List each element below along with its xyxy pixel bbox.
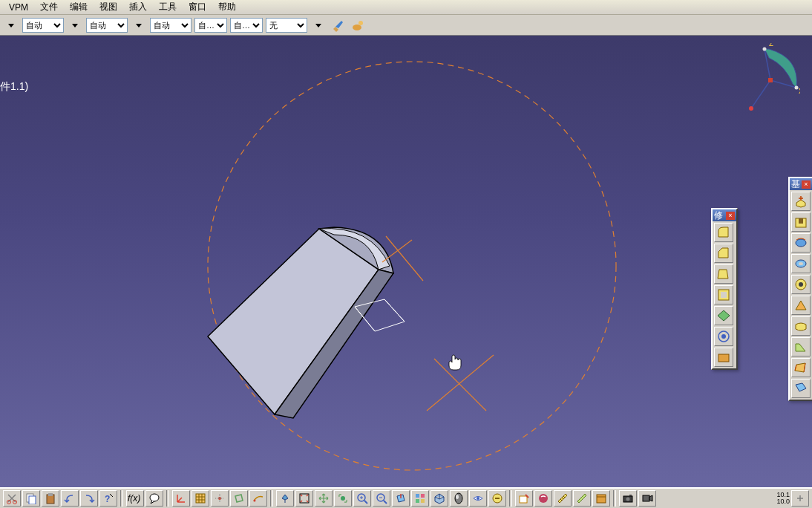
- select-auto-5[interactable]: 自…: [230, 18, 263, 33]
- catalog-icon[interactable]: [592, 490, 610, 507]
- iso-view-icon[interactable]: [430, 490, 448, 507]
- svg-point-43: [456, 495, 459, 499]
- undo-icon[interactable]: [61, 490, 79, 507]
- toolbar-sketch-based[interactable]: 基 ×: [788, 177, 812, 401]
- removed-multi-tool[interactable]: [791, 379, 811, 398]
- svg-rect-39: [421, 494, 425, 498]
- fit-all-icon[interactable]: [295, 490, 313, 507]
- thread-tool[interactable]: [714, 327, 733, 346]
- groove-tool[interactable]: [791, 254, 811, 273]
- zoom-in-icon[interactable]: [353, 490, 371, 507]
- normal-view-icon[interactable]: [392, 490, 410, 507]
- dropdown-arrow-icon[interactable]: [310, 17, 327, 33]
- wireframe-icon[interactable]: [249, 490, 267, 507]
- shaft-tool[interactable]: [791, 233, 811, 253]
- menu-edit[interactable]: 编辑: [64, 0, 94, 15]
- toolbar-title[interactable]: 修 ×: [713, 209, 736, 221]
- 3d-viewport[interactable]: 件1.1): [0, 36, 812, 487]
- redo-icon[interactable]: [80, 490, 98, 507]
- menu-tools[interactable]: 工具: [153, 0, 183, 15]
- select-auto-2[interactable]: 自动: [86, 18, 128, 33]
- measure-item-icon[interactable]: [573, 490, 591, 507]
- svg-point-8: [749, 106, 753, 111]
- draft-tool[interactable]: [714, 264, 733, 284]
- dropdown-arrow-icon[interactable]: [131, 17, 147, 33]
- select-none[interactable]: 无: [266, 18, 307, 33]
- menu-vpm[interactable]: VPM: [3, 1, 34, 14]
- apply-material-icon[interactable]: [534, 490, 552, 507]
- formula-icon[interactable]: f(x): [126, 490, 144, 507]
- fillet-tool[interactable]: [714, 223, 733, 242]
- cut-icon[interactable]: [3, 490, 21, 507]
- remove-face-tool[interactable]: [714, 348, 733, 367]
- solid-body[interactable]: [208, 227, 393, 418]
- plane-icon[interactable]: [230, 490, 248, 507]
- axis-z-label: z: [769, 43, 773, 48]
- svg-point-30: [150, 494, 159, 501]
- dropdown-arrow-icon[interactable]: [3, 17, 19, 33]
- svg-point-50: [626, 498, 630, 501]
- coordinates-display: 10.1 10.0: [776, 492, 790, 505]
- copy-icon[interactable]: [22, 490, 40, 507]
- toolbar-title[interactable]: 基 ×: [790, 178, 812, 190]
- help-icon[interactable]: ?: [99, 490, 117, 507]
- sketcher-icon[interactable]: [515, 490, 533, 507]
- select-auto-4[interactable]: 自…: [194, 18, 227, 33]
- measure-between-icon[interactable]: [554, 490, 572, 507]
- svg-text:f(x): f(x): [128, 493, 140, 504]
- svg-text:?: ?: [105, 494, 110, 504]
- paint-pot-icon[interactable]: [349, 17, 365, 33]
- video-icon[interactable]: [638, 490, 656, 507]
- svg-point-6: [763, 48, 767, 51]
- close-icon[interactable]: ×: [802, 180, 811, 189]
- axis-icon[interactable]: [172, 490, 190, 507]
- svg-point-7: [795, 86, 799, 90]
- select-auto-1[interactable]: 自动: [22, 18, 64, 33]
- hide-show-icon[interactable]: [469, 490, 487, 507]
- balloon-icon[interactable]: [145, 490, 163, 507]
- fly-icon[interactable]: [276, 490, 294, 507]
- expand-icon[interactable]: [791, 490, 809, 507]
- svg-rect-16: [799, 218, 803, 224]
- svg-line-5: [382, 240, 412, 262]
- hole-tool[interactable]: [791, 275, 811, 294]
- slot-tool[interactable]: [791, 316, 811, 336]
- menu-file[interactable]: 文件: [34, 0, 64, 15]
- svg-point-0: [353, 25, 361, 30]
- toolbar-dress-up[interactable]: 修 ×: [711, 208, 738, 370]
- svg-rect-51: [629, 495, 632, 496]
- shading-icon[interactable]: [450, 490, 468, 507]
- rotate-icon[interactable]: [334, 490, 352, 507]
- zoom-out-icon[interactable]: [373, 490, 390, 507]
- camera-icon[interactable]: [619, 490, 637, 507]
- swap-space-icon[interactable]: [488, 490, 506, 507]
- paste-icon[interactable]: [42, 490, 59, 507]
- thickness-tool[interactable]: [714, 306, 733, 325]
- close-icon[interactable]: ×: [726, 212, 735, 220]
- svg-rect-52: [643, 495, 649, 501]
- svg-rect-48: [597, 495, 606, 503]
- rib-tool[interactable]: [791, 296, 811, 315]
- svg-rect-27: [48, 493, 53, 496]
- multi-view-icon[interactable]: [411, 490, 429, 507]
- chamfer-tool[interactable]: [714, 244, 733, 263]
- dropdown-arrow-icon[interactable]: [67, 17, 83, 33]
- svg-rect-41: [421, 499, 425, 503]
- stiffener-tool[interactable]: [791, 337, 811, 356]
- view-compass[interactable]: z x: [741, 43, 800, 117]
- shell-tool[interactable]: [714, 285, 733, 305]
- pad-tool[interactable]: [791, 192, 811, 211]
- brush-icon[interactable]: [330, 17, 346, 33]
- menu-view[interactable]: 视图: [94, 0, 123, 15]
- point-icon[interactable]: [211, 490, 229, 507]
- svg-rect-9: [768, 78, 773, 82]
- menu-window[interactable]: 窗口: [183, 0, 212, 15]
- multi-sections-tool[interactable]: [791, 358, 811, 377]
- menu-help[interactable]: 帮助: [212, 0, 242, 15]
- svg-rect-14: [718, 354, 729, 362]
- pocket-tool[interactable]: [791, 212, 811, 232]
- grid-icon[interactable]: [191, 490, 209, 507]
- pan-icon[interactable]: [315, 490, 333, 507]
- select-auto-3[interactable]: 自动: [150, 18, 191, 33]
- menu-insert[interactable]: 插入: [123, 0, 153, 15]
